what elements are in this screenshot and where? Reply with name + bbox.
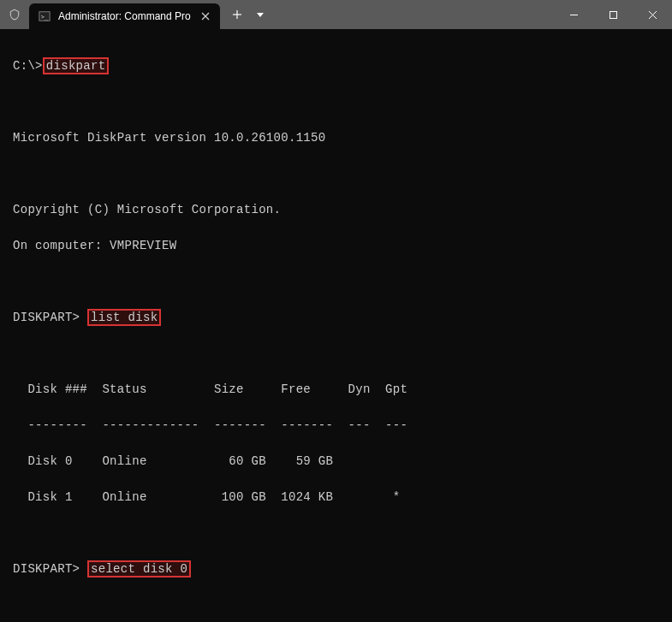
tab-dropdown-icon[interactable]: [249, 3, 271, 27]
line-prompt1: C:\>diskpart: [13, 57, 659, 75]
tab-active[interactable]: >_ Administrator: Command Pro: [29, 3, 220, 29]
shield-icon[interactable]: [0, 0, 29, 29]
blank: [13, 93, 659, 111]
line-listdisk: DISKPART> list disk: [13, 309, 659, 327]
blank: [13, 596, 659, 614]
line-computer: On computer: VMPREVIEW: [13, 237, 659, 255]
line-selectdisk: DISKPART> select disk 0: [13, 560, 659, 578]
svg-text:>_: >_: [41, 14, 49, 21]
blank: [13, 345, 659, 363]
line-version: Microsoft DiskPart version 10.0.26100.11…: [13, 129, 659, 147]
disk-row-1: Disk 1 Online 100 GB 1024 KB *: [13, 489, 659, 506]
disk-row-0: Disk 0 Online 60 GB 59 GB: [13, 453, 659, 471]
blank: [13, 524, 659, 542]
svg-rect-7: [610, 11, 616, 18]
disk-divider: -------- ------------- ------- ------- -…: [13, 417, 659, 435]
cmd-diskpart-highlight: diskpart: [43, 57, 110, 74]
cmd-icon: >_: [38, 9, 51, 23]
tab-close-icon[interactable]: [198, 9, 213, 24]
tab-title: Administrator: Command Pro: [58, 10, 191, 22]
blank: [13, 273, 659, 291]
minimize-button[interactable]: [554, 0, 593, 29]
maximize-button[interactable]: [593, 0, 633, 29]
new-tab-button[interactable]: [225, 3, 249, 27]
cmd-listdisk-highlight: list disk: [87, 309, 161, 326]
cmd-selectdisk-highlight: select disk 0: [87, 560, 191, 578]
blank: [13, 165, 659, 183]
titlebar-left: >_ Administrator: Command Pro: [0, 0, 271, 29]
titlebar: >_ Administrator: Command Pro: [0, 0, 672, 29]
line-copyright: Copyright (C) Microsoft Corporation.: [13, 201, 659, 219]
disk-header: Disk ### Status Size Free Dyn Gpt: [13, 381, 659, 399]
terminal-output[interactable]: C:\>diskpart Microsoft DiskPart version …: [0, 29, 672, 622]
window-controls: [554, 0, 672, 29]
close-button[interactable]: [633, 0, 672, 29]
